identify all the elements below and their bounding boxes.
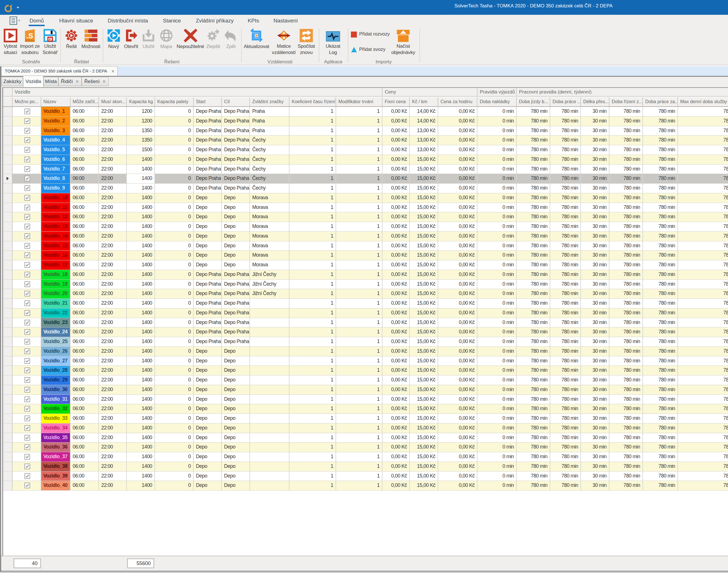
svg-text:.S: .S (26, 32, 33, 40)
